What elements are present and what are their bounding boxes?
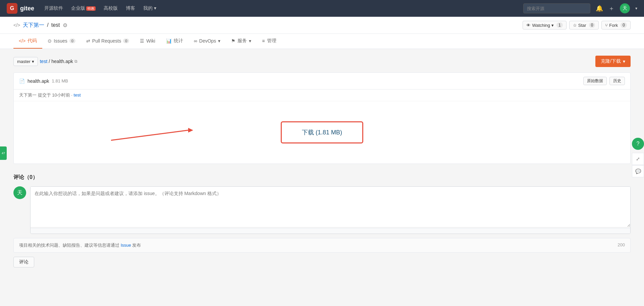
- manage-icon: ≡: [262, 38, 265, 44]
- watch-label: Watching: [532, 23, 550, 28]
- star-button[interactable]: ☆ Star 0: [569, 21, 599, 29]
- search-input[interactable]: [523, 3, 590, 13]
- nav-mine[interactable]: 我的 ▾: [143, 5, 156, 11]
- notifications-icon[interactable]: 🔔: [596, 5, 603, 12]
- notice-text: 项目相关的技术问题、缺陷报告、建议等信息请通过 Issue 发布: [19, 242, 141, 248]
- chat-icon[interactable]: 💬: [632, 165, 644, 177]
- nav-open-source[interactable]: 开源软件: [44, 5, 63, 11]
- code-icon: </>: [19, 38, 25, 44]
- nav-enterprise[interactable]: 企业版特惠: [71, 5, 96, 11]
- nav-blog[interactable]: 博客: [126, 5, 135, 11]
- watch-button[interactable]: 👁 Watching ▾ 1: [523, 21, 566, 29]
- main-content: master ▾ test / health.apk ⧉ 克隆/下载 ▾ 📄 h…: [0, 49, 644, 274]
- file-size: 1.81 MB: [52, 78, 68, 83]
- repo-tabs: </> 代码 ⊙ Issues 0 ⇄ Pull Requests 0 ☰ Wi…: [0, 34, 644, 49]
- copy-path-icon[interactable]: ⧉: [74, 59, 77, 64]
- title-separator: /: [47, 22, 48, 28]
- issues-icon: ⊙: [48, 38, 52, 44]
- file-info: 📄 health.apk 1.81 MB: [19, 78, 68, 84]
- repo-owner-link[interactable]: 天下第一: [23, 22, 44, 29]
- avatar[interactable]: 天: [620, 3, 630, 13]
- comments-section: 评论（0） 天 项目相关的技术问题、缺陷报告、建议等信息请通过 Issue 发布…: [13, 174, 631, 267]
- commit-ref-link[interactable]: test: [74, 93, 81, 98]
- download-button[interactable]: 下载 (1.81 MB): [281, 121, 363, 143]
- commit-dot: ·: [71, 93, 73, 98]
- svg-line-0: [111, 130, 188, 140]
- comment-editor-footer: [31, 228, 630, 234]
- issues-count: 0: [69, 39, 75, 43]
- nav-right: 🔔 ＋ 天 ▾: [523, 3, 637, 13]
- clone-download-button[interactable]: 克隆/下载 ▾: [595, 56, 631, 67]
- raw-button[interactable]: 原始数据: [583, 77, 607, 85]
- annotation-arrow: [108, 117, 202, 147]
- comment-textarea[interactable]: [31, 187, 630, 227]
- devops-icon: ∞: [194, 38, 197, 44]
- tab-devops-label: DevOps: [199, 38, 216, 44]
- wiki-icon: ☰: [140, 38, 144, 44]
- issue-link[interactable]: Issue: [121, 243, 131, 248]
- avatar-dropdown[interactable]: ▾: [635, 6, 637, 11]
- tab-code[interactable]: </> 代码: [13, 34, 42, 49]
- pr-icon: ⇄: [86, 38, 90, 44]
- star-label: Star: [578, 23, 586, 28]
- sidebar-toggle-button[interactable]: 47: [0, 146, 7, 160]
- tab-issues[interactable]: ⊙ Issues 0: [42, 34, 81, 49]
- fork-count: 0: [621, 22, 627, 28]
- pr-count: 0: [123, 39, 129, 43]
- file-body: 下载 (1.81 MB): [14, 101, 630, 164]
- star-count: 0: [589, 22, 595, 28]
- service-icon: ⚑: [231, 38, 235, 44]
- help-button[interactable]: ?: [632, 138, 644, 150]
- tab-wiki[interactable]: ☰ Wiki: [135, 34, 160, 49]
- clone-label: 克隆/下载: [601, 58, 621, 64]
- nav-university[interactable]: 高校版: [104, 5, 118, 11]
- fork-button[interactable]: ⑂ Fork 0: [601, 21, 631, 29]
- repo-code-icon: </>: [13, 22, 20, 28]
- path-separator: /: [49, 59, 50, 64]
- branch-selector[interactable]: master ▾: [13, 57, 38, 66]
- tab-manage-label: 管理: [267, 38, 276, 44]
- top-navigation: G gitee 开源软件 企业版特惠 高校版 博客 我的 ▾ 🔔 ＋ 天 ▾: [0, 0, 644, 17]
- file-name: health.apk: [28, 78, 49, 84]
- brand-name: gitee: [20, 5, 34, 12]
- svg-marker-1: [188, 128, 193, 133]
- tab-pullrequests[interactable]: ⇄ Pull Requests 0: [81, 34, 135, 49]
- commit-action: 提交于: [38, 93, 52, 98]
- branch-name: master: [17, 59, 31, 64]
- branch-dropdown-icon: ▾: [32, 59, 34, 64]
- file-actions: 原始数据 历史: [583, 77, 625, 85]
- service-dropdown: ▾: [249, 38, 251, 44]
- breadcrumb-current-file: health.apk: [51, 59, 73, 64]
- commit-user: 天下第一: [19, 93, 37, 98]
- expand-icon[interactable]: ⤢: [632, 153, 644, 165]
- commenter-avatar: 天: [13, 186, 26, 199]
- comment-notice: 项目相关的技术问题、缺陷报告、建议等信息请通过 Issue 发布 200: [13, 238, 631, 253]
- repo-title: </> 天下第一 / test ⚙: [13, 22, 67, 29]
- comment-submit-button[interactable]: 评论: [13, 257, 34, 267]
- repo-header: </> 天下第一 / test ⚙ 👁 Watching ▾ 1 ☆ Star …: [0, 17, 644, 34]
- settings-icon[interactable]: ⚙: [63, 22, 67, 28]
- watch-dropdown: ▾: [551, 23, 554, 28]
- tab-code-label: 代码: [28, 38, 37, 44]
- fork-label: Fork: [609, 23, 618, 28]
- breadcrumb-path: test / health.apk ⧉: [40, 59, 77, 64]
- tab-pr-label: Pull Requests: [92, 38, 121, 44]
- tab-stats[interactable]: 📊 统计: [161, 34, 189, 49]
- file-icon: 📄: [19, 78, 25, 84]
- char-count: 200: [618, 242, 625, 248]
- nav-links: 开源软件 企业版特惠 高校版 博客 我的 ▾: [44, 5, 156, 11]
- tab-issues-label: Issues: [54, 38, 67, 44]
- tab-manage[interactable]: ≡ 管理: [257, 34, 281, 49]
- tab-service[interactable]: ⚑ 服务 ▾: [226, 34, 257, 49]
- stats-icon: 📊: [166, 38, 172, 44]
- history-button[interactable]: 历史: [609, 77, 625, 85]
- eye-icon: 👁: [526, 23, 531, 28]
- breadcrumb-root-link[interactable]: test: [40, 59, 48, 64]
- left-sidebar-toggle: 47: [0, 146, 7, 160]
- logo[interactable]: G gitee: [7, 3, 34, 14]
- tab-stats-label: 统计: [174, 38, 183, 44]
- tab-devops[interactable]: ∞ DevOps ▾: [189, 34, 226, 49]
- add-icon[interactable]: ＋: [608, 4, 614, 12]
- file-meta: 天下第一 提交于 10小时前 · test: [14, 89, 630, 101]
- breadcrumb-bar: master ▾ test / health.apk ⧉ 克隆/下载 ▾: [13, 56, 631, 67]
